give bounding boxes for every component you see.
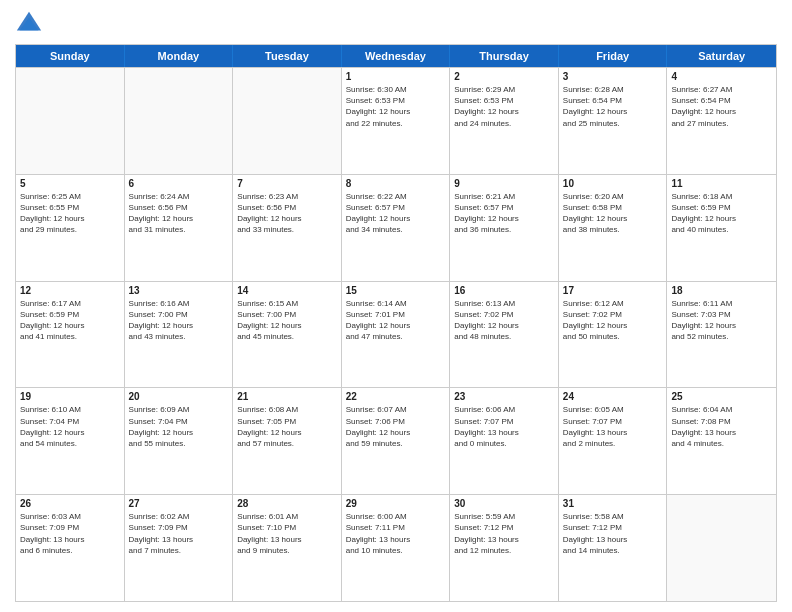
cell-info: Sunrise: 6:28 AM Sunset: 6:54 PM Dayligh… [563,84,663,129]
calendar-cell: 11Sunrise: 6:18 AM Sunset: 6:59 PM Dayli… [667,175,776,281]
cell-info: Sunrise: 6:27 AM Sunset: 6:54 PM Dayligh… [671,84,772,129]
calendar-cell: 10Sunrise: 6:20 AM Sunset: 6:58 PM Dayli… [559,175,668,281]
cell-date: 11 [671,178,772,189]
calendar-cell: 24Sunrise: 6:05 AM Sunset: 7:07 PM Dayli… [559,388,668,494]
cell-date: 15 [346,285,446,296]
calendar-cell: 22Sunrise: 6:07 AM Sunset: 7:06 PM Dayli… [342,388,451,494]
cell-info: Sunrise: 6:23 AM Sunset: 6:56 PM Dayligh… [237,191,337,236]
cell-date: 8 [346,178,446,189]
cell-date: 16 [454,285,554,296]
cell-date: 1 [346,71,446,82]
cell-date: 4 [671,71,772,82]
header [15,10,777,38]
calendar-body: 1Sunrise: 6:30 AM Sunset: 6:53 PM Daylig… [16,67,776,601]
cell-date: 27 [129,498,229,509]
cell-info: Sunrise: 6:16 AM Sunset: 7:00 PM Dayligh… [129,298,229,343]
calendar-cell: 29Sunrise: 6:00 AM Sunset: 7:11 PM Dayli… [342,495,451,601]
calendar-week-2: 12Sunrise: 6:17 AM Sunset: 6:59 PM Dayli… [16,281,776,388]
cell-info: Sunrise: 6:25 AM Sunset: 6:55 PM Dayligh… [20,191,120,236]
calendar-cell: 6Sunrise: 6:24 AM Sunset: 6:56 PM Daylig… [125,175,234,281]
cell-info: Sunrise: 6:21 AM Sunset: 6:57 PM Dayligh… [454,191,554,236]
day-header-tuesday: Tuesday [233,45,342,67]
cell-info: Sunrise: 6:14 AM Sunset: 7:01 PM Dayligh… [346,298,446,343]
day-header-sunday: Sunday [16,45,125,67]
calendar-cell: 5Sunrise: 6:25 AM Sunset: 6:55 PM Daylig… [16,175,125,281]
calendar-cell: 19Sunrise: 6:10 AM Sunset: 7:04 PM Dayli… [16,388,125,494]
cell-date: 19 [20,391,120,402]
calendar-cell: 30Sunrise: 5:59 AM Sunset: 7:12 PM Dayli… [450,495,559,601]
cell-date: 31 [563,498,663,509]
calendar-cell: 12Sunrise: 6:17 AM Sunset: 6:59 PM Dayli… [16,282,125,388]
cell-info: Sunrise: 5:59 AM Sunset: 7:12 PM Dayligh… [454,511,554,556]
cell-date: 5 [20,178,120,189]
logo [15,10,47,38]
cell-info: Sunrise: 6:24 AM Sunset: 6:56 PM Dayligh… [129,191,229,236]
calendar-cell [125,68,234,174]
calendar-week-1: 5Sunrise: 6:25 AM Sunset: 6:55 PM Daylig… [16,174,776,281]
calendar-cell [233,68,342,174]
calendar-week-3: 19Sunrise: 6:10 AM Sunset: 7:04 PM Dayli… [16,387,776,494]
cell-info: Sunrise: 5:58 AM Sunset: 7:12 PM Dayligh… [563,511,663,556]
calendar-cell: 1Sunrise: 6:30 AM Sunset: 6:53 PM Daylig… [342,68,451,174]
calendar-cell: 21Sunrise: 6:08 AM Sunset: 7:05 PM Dayli… [233,388,342,494]
calendar-header: SundayMondayTuesdayWednesdayThursdayFrid… [16,45,776,67]
cell-date: 17 [563,285,663,296]
cell-date: 6 [129,178,229,189]
calendar-week-4: 26Sunrise: 6:03 AM Sunset: 7:09 PM Dayli… [16,494,776,601]
cell-info: Sunrise: 6:03 AM Sunset: 7:09 PM Dayligh… [20,511,120,556]
cell-date: 24 [563,391,663,402]
calendar-cell: 25Sunrise: 6:04 AM Sunset: 7:08 PM Dayli… [667,388,776,494]
cell-date: 2 [454,71,554,82]
cell-date: 23 [454,391,554,402]
cell-info: Sunrise: 6:02 AM Sunset: 7:09 PM Dayligh… [129,511,229,556]
cell-info: Sunrise: 6:12 AM Sunset: 7:02 PM Dayligh… [563,298,663,343]
calendar-week-0: 1Sunrise: 6:30 AM Sunset: 6:53 PM Daylig… [16,67,776,174]
cell-info: Sunrise: 6:10 AM Sunset: 7:04 PM Dayligh… [20,404,120,449]
cell-date: 7 [237,178,337,189]
cell-info: Sunrise: 6:20 AM Sunset: 6:58 PM Dayligh… [563,191,663,236]
calendar-cell: 13Sunrise: 6:16 AM Sunset: 7:00 PM Dayli… [125,282,234,388]
cell-date: 28 [237,498,337,509]
cell-date: 20 [129,391,229,402]
cell-date: 29 [346,498,446,509]
cell-info: Sunrise: 6:18 AM Sunset: 6:59 PM Dayligh… [671,191,772,236]
cell-date: 25 [671,391,772,402]
calendar-cell [16,68,125,174]
cell-info: Sunrise: 6:07 AM Sunset: 7:06 PM Dayligh… [346,404,446,449]
calendar-cell: 14Sunrise: 6:15 AM Sunset: 7:00 PM Dayli… [233,282,342,388]
calendar-cell: 17Sunrise: 6:12 AM Sunset: 7:02 PM Dayli… [559,282,668,388]
day-header-monday: Monday [125,45,234,67]
day-header-wednesday: Wednesday [342,45,451,67]
calendar-cell: 26Sunrise: 6:03 AM Sunset: 7:09 PM Dayli… [16,495,125,601]
cell-date: 12 [20,285,120,296]
cell-info: Sunrise: 6:29 AM Sunset: 6:53 PM Dayligh… [454,84,554,129]
calendar-cell: 16Sunrise: 6:13 AM Sunset: 7:02 PM Dayli… [450,282,559,388]
cell-info: Sunrise: 6:13 AM Sunset: 7:02 PM Dayligh… [454,298,554,343]
cell-date: 30 [454,498,554,509]
day-header-saturday: Saturday [667,45,776,67]
calendar-cell: 28Sunrise: 6:01 AM Sunset: 7:10 PM Dayli… [233,495,342,601]
cell-info: Sunrise: 6:05 AM Sunset: 7:07 PM Dayligh… [563,404,663,449]
cell-info: Sunrise: 6:06 AM Sunset: 7:07 PM Dayligh… [454,404,554,449]
cell-date: 9 [454,178,554,189]
cell-date: 21 [237,391,337,402]
cell-date: 13 [129,285,229,296]
cell-info: Sunrise: 6:09 AM Sunset: 7:04 PM Dayligh… [129,404,229,449]
cell-info: Sunrise: 6:00 AM Sunset: 7:11 PM Dayligh… [346,511,446,556]
calendar-cell: 3Sunrise: 6:28 AM Sunset: 6:54 PM Daylig… [559,68,668,174]
cell-info: Sunrise: 6:01 AM Sunset: 7:10 PM Dayligh… [237,511,337,556]
cell-info: Sunrise: 6:22 AM Sunset: 6:57 PM Dayligh… [346,191,446,236]
calendar-cell: 15Sunrise: 6:14 AM Sunset: 7:01 PM Dayli… [342,282,451,388]
calendar-cell: 2Sunrise: 6:29 AM Sunset: 6:53 PM Daylig… [450,68,559,174]
cell-info: Sunrise: 6:04 AM Sunset: 7:08 PM Dayligh… [671,404,772,449]
calendar-cell: 23Sunrise: 6:06 AM Sunset: 7:07 PM Dayli… [450,388,559,494]
cell-info: Sunrise: 6:15 AM Sunset: 7:00 PM Dayligh… [237,298,337,343]
cell-info: Sunrise: 6:17 AM Sunset: 6:59 PM Dayligh… [20,298,120,343]
calendar-cell [667,495,776,601]
calendar-cell: 7Sunrise: 6:23 AM Sunset: 6:56 PM Daylig… [233,175,342,281]
cell-info: Sunrise: 6:11 AM Sunset: 7:03 PM Dayligh… [671,298,772,343]
cell-date: 14 [237,285,337,296]
cell-date: 22 [346,391,446,402]
cell-info: Sunrise: 6:30 AM Sunset: 6:53 PM Dayligh… [346,84,446,129]
cell-date: 10 [563,178,663,189]
